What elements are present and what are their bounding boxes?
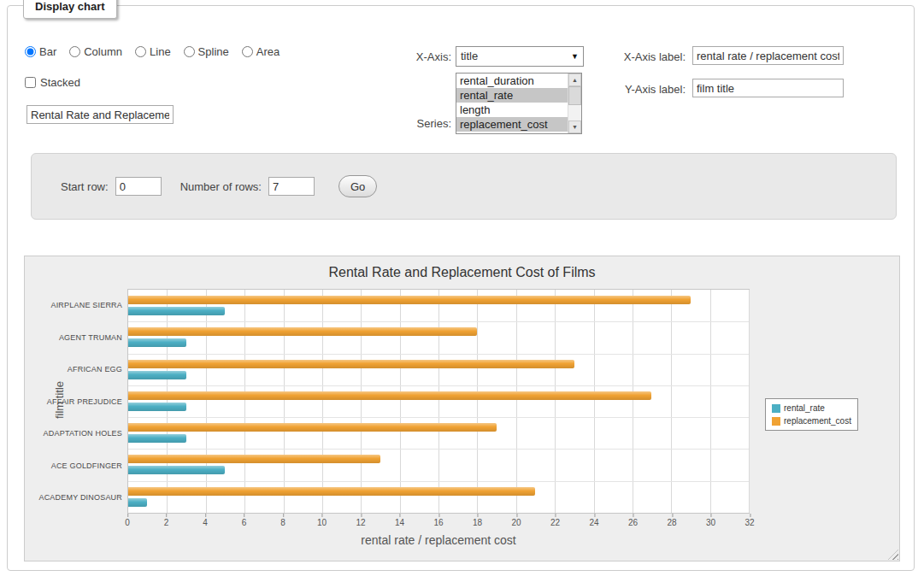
gridline — [128, 417, 749, 418]
gridline — [710, 290, 711, 513]
chart-type-group: BarColumnLineSplineArea — [25, 45, 280, 58]
x-tick-label: 22 — [550, 518, 560, 527]
chart-type-radio-spline[interactable] — [184, 46, 195, 57]
bar-rental_rate — [128, 307, 225, 315]
gridline — [244, 290, 245, 513]
category-label: AFRICAN EGG — [25, 365, 122, 373]
chart-type-spline[interactable]: Spline — [184, 45, 229, 58]
x-tick-label: 16 — [433, 518, 443, 527]
x-tick-label: 0 — [125, 518, 130, 527]
chart-title-input[interactable] — [26, 105, 174, 124]
bar-rental_rate — [128, 466, 225, 474]
x-axis-label-input[interactable] — [692, 46, 844, 65]
rows-control-panel: Start row: Number of rows: Go — [31, 153, 897, 220]
bar-rental_rate — [128, 434, 186, 443]
category-label: ACADEMY DINOSAUR — [25, 493, 122, 502]
chart-type-radio-bar[interactable] — [25, 46, 36, 57]
series-option-rental_duration[interactable]: rental_duration — [456, 73, 581, 88]
y-axis-field-label: Y-Axis label: — [600, 83, 686, 96]
series-select-label: Series: — [370, 117, 451, 130]
listbox-scrollbar[interactable]: ▲ ▼ — [568, 73, 581, 133]
stacked-option[interactable]: Stacked — [25, 76, 80, 89]
chart-type-text: Spline — [198, 45, 229, 58]
scroll-up-icon[interactable]: ▲ — [568, 73, 581, 86]
gridline — [206, 290, 207, 513]
plot-area — [127, 289, 750, 514]
legend-label: rental_rate — [784, 403, 825, 413]
gridline — [284, 290, 285, 513]
x-tick-label: 28 — [667, 518, 676, 527]
chart-type-text: Column — [84, 45, 122, 58]
chart-legend: rental_ratereplacement_cost — [765, 398, 858, 431]
gridline — [594, 290, 595, 513]
category-label: AIRPLANE SIERRA — [25, 301, 122, 309]
gridline — [128, 481, 749, 482]
gridline — [322, 290, 323, 513]
x-axis-selected-value: title — [461, 50, 478, 62]
gridline — [438, 290, 439, 513]
chart-type-area[interactable]: Area — [242, 45, 280, 58]
bar-replacement_cost — [128, 327, 477, 336]
gridline — [555, 290, 556, 513]
x-tick-label: 12 — [356, 518, 365, 527]
chart-type-radio-line[interactable] — [135, 46, 146, 57]
gridline — [749, 290, 750, 513]
x-tick-label: 26 — [628, 518, 638, 527]
bar-replacement_cost — [128, 487, 535, 496]
category-label: AFFAIR PREJUDICE — [25, 397, 122, 406]
bar-replacement_cost — [128, 391, 651, 400]
bar-replacement_cost — [128, 423, 497, 432]
x-axis-field-label: X-Axis label: — [600, 50, 686, 63]
x-axis-title: rental rate / replacement cost — [127, 533, 750, 547]
category-labels: AIRPLANE SIERRAAGENT TRUMANAFRICAN EGGAF… — [25, 289, 122, 514]
gridline — [400, 290, 401, 513]
display-chart-panel: Display chart BarColumnLineSplineArea St… — [7, 5, 915, 571]
bar-rental_rate — [128, 338, 186, 347]
x-tick-label: 30 — [706, 518, 715, 527]
gridline — [128, 321, 749, 322]
scroll-down-icon[interactable]: ▼ — [568, 121, 581, 133]
legend-item-replacement_cost[interactable]: replacement_cost — [772, 416, 851, 426]
scrollbar-thumb[interactable] — [568, 86, 581, 105]
chart-container: Rental Rate and Replacement Cost of Film… — [24, 256, 900, 561]
chart-type-radio-area[interactable] — [242, 46, 253, 57]
chart-type-column[interactable]: Column — [69, 45, 122, 58]
y-axis-label-input[interactable] — [692, 79, 844, 97]
x-tick-label: 24 — [589, 518, 598, 527]
stacked-label: Stacked — [40, 76, 80, 89]
stacked-checkbox[interactable] — [25, 77, 36, 88]
start-row-input[interactable] — [115, 177, 162, 196]
x-tick-label: 32 — [744, 518, 754, 527]
number-of-rows-input[interactable] — [268, 177, 315, 196]
category-label: ADAPTATION HOLES — [25, 429, 122, 438]
dropdown-arrow-icon[interactable]: ▼ — [571, 47, 579, 66]
x-axis-select[interactable]: title ▼ — [456, 46, 584, 67]
x-tick-label: 14 — [395, 518, 404, 527]
gridline — [128, 449, 749, 450]
x-axis-select-label: X-Axis: — [370, 50, 451, 63]
gridline — [128, 385, 749, 386]
chart-type-line[interactable]: Line — [135, 45, 171, 58]
series-option-length[interactable]: length — [456, 103, 581, 117]
go-button[interactable]: Go — [338, 175, 377, 197]
resize-handle-icon[interactable] — [888, 550, 898, 560]
bar-replacement_cost — [128, 455, 380, 463]
series-option-replacement_cost[interactable]: replacement_cost — [456, 117, 581, 132]
legend-item-rental_rate[interactable]: rental_rate — [772, 403, 851, 413]
bar-rental_rate — [128, 371, 186, 379]
chart-type-text: Line — [150, 45, 171, 58]
x-tick-label: 2 — [164, 518, 169, 527]
legend-swatch-icon — [772, 417, 780, 426]
chart-title: Rental Rate and Replacement Cost of Film… — [25, 265, 899, 280]
x-tick-label: 10 — [317, 518, 327, 527]
x-tick-label: 6 — [242, 518, 247, 527]
x-tick-label: 18 — [473, 518, 482, 527]
chart-type-radio-column[interactable] — [69, 46, 80, 57]
series-listbox[interactable]: ▲ ▼ rental_durationrental_ratelengthrepl… — [456, 73, 582, 134]
bar-replacement_cost — [128, 360, 574, 368]
series-option-rental_rate[interactable]: rental_rate — [456, 88, 581, 103]
legend-label: replacement_cost — [784, 416, 851, 426]
bar-replacement_cost — [128, 296, 691, 304]
number-of-rows-label: Number of rows: — [180, 180, 262, 193]
chart-type-bar[interactable]: Bar — [25, 45, 56, 58]
